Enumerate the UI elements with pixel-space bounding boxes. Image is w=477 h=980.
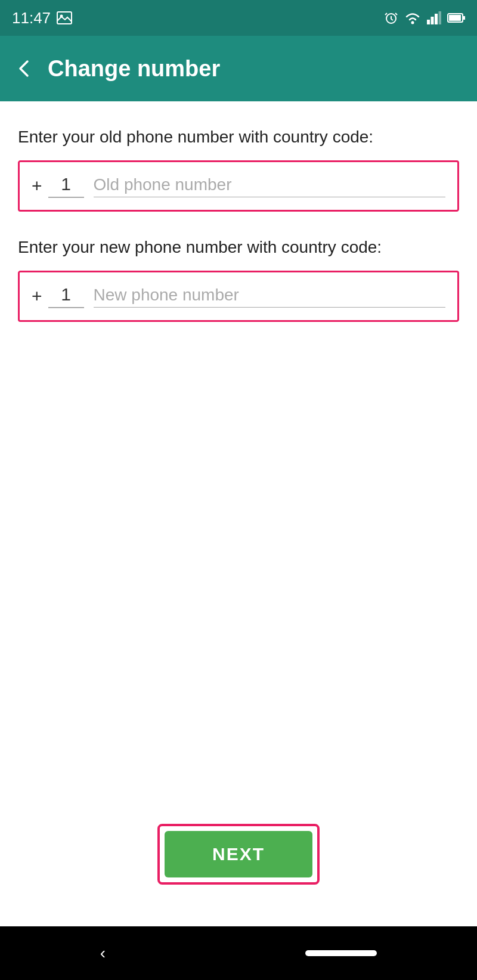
status-icons	[384, 11, 465, 25]
svg-line-6	[395, 13, 397, 15]
svg-rect-14	[463, 16, 465, 20]
svg-point-7	[411, 21, 414, 24]
status-bar: 11:47	[0, 0, 477, 36]
wifi-icon	[404, 11, 421, 24]
svg-rect-13	[449, 15, 461, 21]
old-phone-input-box: + 1	[18, 160, 459, 212]
status-time: 11:47	[12, 9, 72, 27]
new-number-label: Enter your new phone number with country…	[18, 235, 459, 259]
image-icon	[57, 11, 72, 24]
nav-bar: ‹	[0, 926, 477, 980]
alarm-icon	[384, 11, 398, 25]
svg-rect-9	[431, 17, 434, 24]
svg-line-5	[385, 13, 387, 15]
nav-back-button[interactable]: ‹	[100, 944, 106, 963]
new-phone-number-input[interactable]	[94, 286, 445, 308]
next-button-wrapper: NEXT	[157, 824, 320, 885]
old-plus-sign: +	[32, 176, 42, 196]
time-display: 11:47	[12, 9, 51, 27]
battery-icon	[447, 13, 465, 23]
button-area: NEXT	[18, 346, 459, 908]
svg-line-4	[391, 19, 393, 20]
back-button[interactable]	[14, 59, 33, 78]
svg-rect-10	[435, 14, 438, 24]
new-country-code[interactable]: 1	[48, 284, 84, 308]
new-phone-input-box: + 1	[18, 271, 459, 322]
app-bar: Change number	[0, 36, 477, 101]
signal-icon	[427, 11, 441, 24]
svg-rect-8	[427, 20, 430, 24]
new-plus-sign: +	[32, 286, 42, 306]
nav-home-pill[interactable]	[305, 950, 377, 956]
old-number-label: Enter your old phone number with country…	[18, 125, 459, 148]
svg-rect-11	[439, 11, 442, 24]
next-button[interactable]: NEXT	[165, 831, 312, 877]
old-country-code[interactable]: 1	[48, 174, 84, 198]
old-phone-number-input[interactable]	[94, 175, 445, 197]
page-title: Change number	[48, 56, 220, 82]
main-content: Enter your old phone number with country…	[0, 101, 477, 926]
